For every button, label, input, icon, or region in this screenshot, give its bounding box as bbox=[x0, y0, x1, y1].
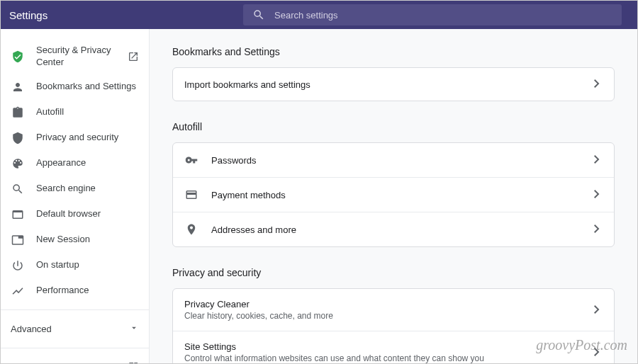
chevron-right-icon bbox=[594, 223, 603, 236]
row-payment-methods[interactable]: Payment methods bbox=[173, 178, 614, 212]
sidebar: Security & Privacy Center Bookmarks and … bbox=[1, 29, 150, 363]
sidebar-item-bookmarks[interactable]: Bookmarks and Settings bbox=[1, 74, 149, 100]
browser-icon bbox=[11, 207, 25, 222]
sidebar-item-label: Bookmarks and Settings bbox=[36, 81, 136, 93]
person-icon bbox=[11, 80, 25, 94]
sidebar-item-default-browser[interactable]: Default browser bbox=[1, 202, 149, 227]
section-title-autofill: Autofill bbox=[172, 121, 615, 132]
shield-icon bbox=[11, 131, 25, 145]
row-label: Import bookmarks and settings bbox=[184, 79, 581, 90]
sidebar-item-autofill[interactable]: Autofill bbox=[1, 100, 149, 125]
chevron-right-icon bbox=[594, 78, 603, 91]
header: Settings bbox=[1, 1, 637, 29]
search-box[interactable] bbox=[243, 4, 622, 25]
row-privacy-cleaner[interactable]: Privacy Cleaner Clear history, cookies, … bbox=[173, 289, 614, 331]
row-label: Addresses and more bbox=[211, 224, 581, 235]
sidebar-item-security-privacy-center[interactable]: Security & Privacy Center bbox=[1, 39, 149, 74]
chevron-right-icon bbox=[594, 346, 603, 359]
row-label: Passwords bbox=[211, 155, 581, 166]
divider bbox=[1, 348, 149, 348]
chevron-right-icon bbox=[594, 304, 603, 317]
chevron-right-icon bbox=[594, 188, 603, 201]
sidebar-item-performance[interactable]: Performance bbox=[1, 278, 149, 304]
row-label: Site Settings bbox=[184, 341, 581, 352]
sidebar-item-appearance[interactable]: Appearance bbox=[1, 151, 149, 176]
row-import-bookmarks[interactable]: Import bookmarks and settings bbox=[173, 68, 614, 101]
palette-icon bbox=[11, 157, 25, 171]
sidebar-item-label: Privacy and security bbox=[36, 132, 118, 144]
card-privacy: Privacy Cleaner Clear history, cookies, … bbox=[172, 288, 615, 363]
sidebar-item-label: Autofill bbox=[36, 106, 64, 118]
row-sublabel: Control what information websites can us… bbox=[184, 353, 581, 363]
shield-check-icon bbox=[11, 50, 25, 64]
row-sublabel: Clear history, cookies, cache, and more bbox=[184, 311, 581, 321]
sidebar-item-new-session[interactable]: New Session bbox=[1, 227, 149, 253]
row-passwords[interactable]: Passwords bbox=[173, 143, 614, 178]
extensions-label: Extensions bbox=[11, 363, 56, 363]
search-icon bbox=[252, 8, 266, 22]
sidebar-item-label: Search engine bbox=[36, 183, 96, 195]
card-bookmarks: Import bookmarks and settings bbox=[172, 67, 615, 101]
external-link-icon bbox=[128, 361, 139, 363]
sidebar-item-label: New Session bbox=[36, 234, 90, 246]
sidebar-item-label: Appearance bbox=[36, 157, 86, 169]
chevron-down-icon bbox=[129, 323, 139, 335]
chart-line-icon bbox=[11, 284, 25, 298]
divider bbox=[1, 309, 149, 310]
page-title: Settings bbox=[9, 9, 243, 21]
row-site-settings[interactable]: Site Settings Control what information w… bbox=[173, 331, 614, 363]
section-title-bookmarks: Bookmarks and Settings bbox=[172, 46, 615, 57]
tab-icon bbox=[11, 233, 25, 247]
sidebar-item-label: On startup bbox=[36, 259, 79, 271]
sidebar-advanced-toggle[interactable]: Advanced bbox=[1, 316, 149, 342]
sidebar-item-label: Performance bbox=[36, 285, 89, 297]
location-icon bbox=[184, 222, 198, 237]
chevron-right-icon bbox=[594, 154, 603, 166]
search-input[interactable] bbox=[274, 10, 613, 21]
row-addresses[interactable]: Addresses and more bbox=[173, 212, 614, 246]
sidebar-extensions[interactable]: Extensions bbox=[1, 354, 149, 363]
section-title-privacy: Privacy and security bbox=[172, 267, 615, 278]
key-icon bbox=[184, 153, 198, 167]
search-icon bbox=[11, 182, 25, 196]
clipboard-icon bbox=[11, 106, 25, 120]
credit-card-icon bbox=[184, 188, 198, 202]
row-label: Payment methods bbox=[211, 190, 581, 200]
main-content: Bookmarks and Settings Import bookmarks … bbox=[150, 29, 637, 363]
sidebar-item-label: Security & Privacy Center bbox=[36, 45, 116, 69]
row-label: Privacy Cleaner bbox=[184, 299, 581, 309]
external-link-icon bbox=[128, 51, 139, 62]
card-autofill: Passwords Payment methods Addresses and … bbox=[172, 142, 615, 247]
sidebar-item-label: Default browser bbox=[36, 208, 101, 220]
power-icon bbox=[11, 258, 25, 273]
sidebar-item-privacy[interactable]: Privacy and security bbox=[1, 125, 149, 151]
sidebar-item-search-engine[interactable]: Search engine bbox=[1, 176, 149, 202]
advanced-label: Advanced bbox=[11, 324, 52, 334]
sidebar-item-on-startup[interactable]: On startup bbox=[1, 253, 149, 278]
